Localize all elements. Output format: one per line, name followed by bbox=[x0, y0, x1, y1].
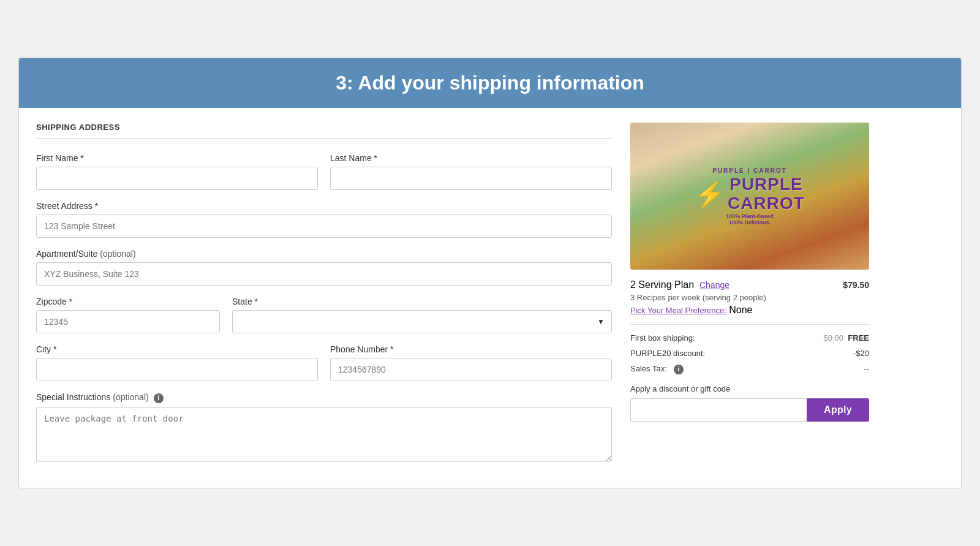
form-section-title: SHIPPING ADDRESS bbox=[36, 123, 612, 132]
sales-tax-row: Sales Tax: i -- bbox=[630, 364, 869, 374]
page-header: 3: Add your shipping information bbox=[19, 58, 961, 108]
apply-section: Apply a discount or gift code Apply bbox=[630, 384, 869, 422]
first-name-group: First Name * bbox=[36, 153, 318, 190]
city-phone-row: City * Phone Number * bbox=[36, 344, 612, 381]
brand-tagline: 100% Plant-Based100% Delicious. bbox=[695, 213, 805, 226]
plan-description: 3 Recipes per week (serving 2 people) bbox=[630, 293, 869, 302]
section-divider bbox=[36, 138, 612, 138]
zip-state-row: Zipcode * State * AL AK AZ CA bbox=[36, 297, 612, 333]
phone-group: Phone Number * bbox=[330, 344, 612, 381]
state-select[interactable]: AL AK AZ CA CO CT FL GA NY TX bbox=[232, 310, 612, 333]
apartment-label: Apartment/Suite (optional) bbox=[36, 249, 612, 259]
lightning-icon: ⚡ bbox=[695, 182, 725, 207]
apply-button[interactable]: Apply bbox=[807, 398, 869, 422]
street-address-group: Street Address * bbox=[36, 201, 612, 238]
apartment-group: Apartment/Suite (optional) bbox=[36, 249, 612, 286]
city-label: City * bbox=[36, 344, 318, 354]
meal-preference-link[interactable]: Pick Your Meal Preference: bbox=[630, 306, 726, 315]
instructions-row: Special Instructions (optional) i bbox=[36, 392, 612, 461]
state-group: State * AL AK AZ CA CO CT FL GA bbox=[232, 297, 612, 333]
last-name-label: Last Name * bbox=[330, 153, 612, 163]
last-name-input[interactable] bbox=[330, 167, 612, 190]
form-section: SHIPPING ADDRESS First Name * Last Name … bbox=[36, 123, 612, 472]
discount-row: PURPLE20 discount: -$20 bbox=[630, 349, 869, 358]
sales-tax-label: Sales Tax: i bbox=[630, 364, 684, 374]
instructions-textarea[interactable] bbox=[36, 407, 612, 462]
page-body: SHIPPING ADDRESS First Name * Last Name … bbox=[19, 108, 961, 487]
city-group: City * bbox=[36, 344, 318, 381]
instructions-group: Special Instructions (optional) i bbox=[36, 392, 612, 461]
first-name-label: First Name * bbox=[36, 153, 318, 163]
discount-label: PURPLE20 discount: bbox=[630, 349, 705, 358]
page-title: 3: Add your shipping information bbox=[31, 72, 949, 94]
brand-name: PURPLECARROT bbox=[728, 175, 805, 213]
sales-tax-info-icon[interactable]: i bbox=[674, 365, 684, 374]
product-image-inner: PURPLE | CARROT ⚡ PURPLECARROT 100% Plan… bbox=[630, 123, 869, 270]
apply-input-row: Apply bbox=[630, 398, 869, 422]
plan-price: $79.50 bbox=[843, 280, 869, 290]
phone-label: Phone Number * bbox=[330, 344, 612, 354]
state-select-wrapper: AL AK AZ CA CO CT FL GA NY TX ▼ bbox=[232, 310, 612, 333]
phone-input[interactable] bbox=[330, 358, 612, 381]
apartment-input[interactable] bbox=[36, 262, 612, 286]
apartment-row: Apartment/Suite (optional) bbox=[36, 249, 612, 286]
plan-name-text: 2 Serving Plan Change bbox=[630, 279, 729, 290]
brand-top-text: PURPLE | CARROT bbox=[695, 167, 805, 174]
meal-preference-value: None bbox=[729, 305, 752, 315]
zipcode-group: Zipcode * bbox=[36, 297, 220, 333]
shipping-row: First box shipping: $8.00 FREE bbox=[630, 333, 869, 343]
plan-name: 2 Serving Plan bbox=[630, 279, 694, 290]
order-summary: PURPLE | CARROT ⚡ PURPLECARROT 100% Plan… bbox=[630, 123, 869, 472]
sales-tax-value: -- bbox=[864, 364, 869, 374]
first-name-input[interactable] bbox=[36, 167, 318, 190]
shipping-original: $8.00 bbox=[824, 333, 844, 343]
state-label: State * bbox=[232, 297, 612, 306]
instructions-label: Special Instructions (optional) i bbox=[36, 392, 612, 403]
city-input[interactable] bbox=[36, 358, 318, 381]
product-image: PURPLE | CARROT ⚡ PURPLECARROT 100% Plan… bbox=[630, 123, 869, 270]
discount-code-input[interactable] bbox=[630, 398, 807, 422]
zipcode-input[interactable] bbox=[36, 310, 220, 333]
last-name-group: Last Name * bbox=[330, 153, 612, 190]
street-address-input[interactable] bbox=[36, 214, 612, 238]
street-address-label: Street Address * bbox=[36, 201, 612, 211]
plan-change-link[interactable]: Change bbox=[699, 280, 729, 290]
price-rows: First box shipping: $8.00 FREE PURPLE20 … bbox=[630, 324, 869, 374]
discount-value: -$20 bbox=[853, 349, 869, 358]
plan-info: 2 Serving Plan Change $79.50 3 Recipes p… bbox=[630, 279, 869, 316]
instructions-info-icon[interactable]: i bbox=[154, 393, 164, 403]
name-row: First Name * Last Name * bbox=[36, 153, 612, 190]
zipcode-label: Zipcode * bbox=[36, 297, 220, 306]
apply-section-label: Apply a discount or gift code bbox=[630, 384, 869, 393]
plan-header: 2 Serving Plan Change $79.50 bbox=[630, 279, 869, 290]
meal-preference-row: Pick Your Meal Preference: None bbox=[630, 305, 869, 316]
shipping-value: $8.00 FREE bbox=[824, 333, 869, 343]
brand-logo: PURPLE | CARROT ⚡ PURPLECARROT 100% Plan… bbox=[695, 167, 805, 226]
shipping-free: FREE bbox=[848, 333, 869, 343]
street-row: Street Address * bbox=[36, 201, 612, 238]
shipping-label: First box shipping: bbox=[630, 333, 695, 343]
page-wrapper: 3: Add your shipping information SHIPPIN… bbox=[18, 58, 962, 488]
